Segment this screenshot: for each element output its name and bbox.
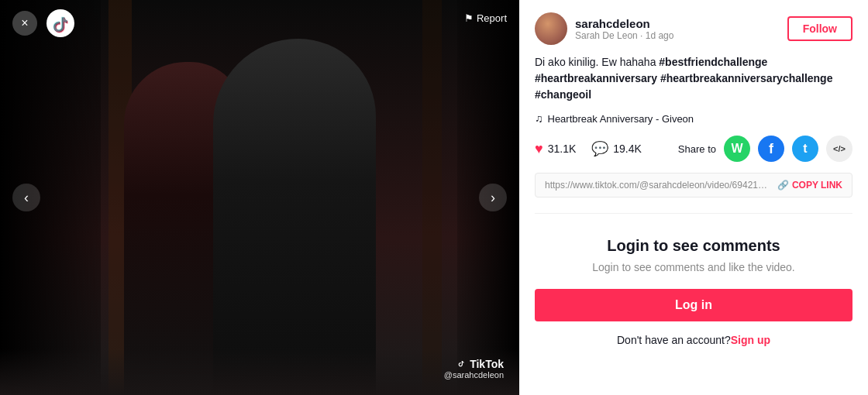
share-embed-button[interactable]: </> <box>826 136 852 162</box>
heart-icon: ♥ <box>535 141 543 157</box>
likes-count: 31.1K <box>548 143 577 155</box>
share-section: Share to W f t </> <box>678 136 852 162</box>
login-subtitle: Login to see comments and like the video… <box>535 261 852 273</box>
caption: Di ako kinilig. Ew hahaha #bestfriendcha… <box>535 54 852 103</box>
signup-link[interactable]: Sign up <box>731 334 770 346</box>
follow-button[interactable]: Follow <box>787 16 852 41</box>
link-icon: 🔗 <box>777 180 789 191</box>
user-meta: Sarah De Leon · 1d ago <box>575 30 787 41</box>
signup-line: Don't have an account?Sign up <box>535 334 852 346</box>
comments-count: 19.4K <box>613 143 642 155</box>
stats-row: ♥ 31.1K 💬 19.4K Share to W f t </> <box>535 136 852 162</box>
comment-icon: 💬 <box>591 140 608 157</box>
top-bar: × <box>0 0 519 46</box>
link-url: https://www.tiktok.com/@sarahcdeleon/vid… <box>545 180 771 191</box>
username: sarahcdeleon <box>575 17 787 30</box>
divider <box>535 213 852 214</box>
watermark: TikTok @sarahcdeleon <box>444 358 504 380</box>
user-header: sarahcdeleon Sarah De Leon · 1d ago Foll… <box>535 12 852 45</box>
music-icon: ♫ <box>535 112 543 125</box>
copy-link-button[interactable]: 🔗 COPY LINK <box>777 180 842 191</box>
flag-icon: ⚑ <box>464 12 474 24</box>
right-panel: sarahcdeleon Sarah De Leon · 1d ago Foll… <box>519 0 868 395</box>
avatar <box>535 12 567 45</box>
video-panel: × ⚑ Report ‹ › TikTok @sarahcdeleon <box>0 0 519 395</box>
share-label: Share to <box>678 143 716 155</box>
prev-video-button[interactable]: ‹ <box>12 184 40 211</box>
login-title: Login to see comments <box>535 237 852 255</box>
tiktok-logo <box>46 9 74 37</box>
music-title: Heartbreak Anniversary - Giveon <box>548 113 694 125</box>
close-button[interactable]: × <box>12 11 37 36</box>
share-twitter-button[interactable]: t <box>792 136 818 162</box>
share-facebook-button[interactable]: f <box>758 136 784 162</box>
report-button[interactable]: ⚑ Report <box>464 12 507 24</box>
likes-stat: ♥ 31.1K <box>535 141 576 157</box>
link-row: https://www.tiktok.com/@sarahcdeleon/vid… <box>535 173 852 198</box>
comments-stat: 💬 19.4K <box>591 140 642 157</box>
share-whatsapp-button[interactable]: W <box>724 136 750 162</box>
login-section: Login to see comments Login to see comme… <box>535 229 852 354</box>
music-line: ♫ Heartbreak Anniversary - Giveon <box>535 112 852 125</box>
login-button[interactable]: Log in <box>535 289 852 321</box>
next-video-button[interactable]: › <box>479 184 507 211</box>
user-info: sarahcdeleon Sarah De Leon · 1d ago <box>575 17 787 41</box>
